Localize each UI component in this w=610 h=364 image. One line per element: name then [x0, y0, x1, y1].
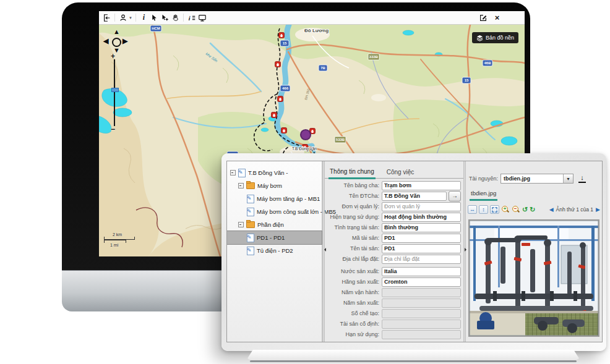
form-row: Tình trạng tài sản: [326, 223, 461, 232]
basemap-button[interactable]: Bản đồ nền [472, 32, 518, 43]
pan-center-icon[interactable] [112, 38, 121, 47]
svg-text:533B: 533B [336, 138, 345, 142]
goto-parent-button[interactable]: → [449, 191, 461, 201]
tree-item-pd2[interactable]: ✎ Tủ điện - PD2 [227, 244, 322, 257]
zoom-out-image-icon[interactable]: − [512, 205, 520, 214]
operation-year-input[interactable] [382, 288, 461, 297]
asset-name-input[interactable] [382, 244, 461, 253]
zoom-in-image-icon[interactable]: + [501, 205, 510, 214]
asset-doc-icon: ✎ [247, 208, 254, 216]
form-tabs: Thông tin chung Công việc [325, 165, 463, 179]
tree-item-phan-dien[interactable]: Phần điện [227, 218, 322, 231]
form-row: Số chế tạo: [326, 309, 461, 318]
asset-doc-icon: ✎ [247, 247, 254, 255]
user-location-icon[interactable] [118, 12, 128, 23]
asset-doc-icon: ✎ [238, 169, 246, 177]
zoom-handle[interactable] [111, 88, 119, 92]
info-icon[interactable]: i [139, 12, 149, 23]
tree-item-label: Máy bơm [257, 182, 282, 189]
tree-item-mb5[interactable]: ✎ Máy bơm công suất lớn - MB5 [227, 205, 322, 218]
parent-table-input[interactable] [382, 181, 461, 190]
map-toolbar: ▼ i i × [99, 11, 525, 25]
dropdown-icon[interactable]: ▼ [563, 174, 573, 183]
form-row: Hạn sử dụng: [326, 330, 461, 339]
field-label: Hãng sản xuất: [326, 279, 382, 285]
close-icon[interactable]: × [492, 12, 502, 23]
serial-number-input[interactable] [382, 309, 461, 318]
tree-expander-icon[interactable] [230, 170, 236, 176]
form-row: Tên ĐTCha: → [326, 192, 461, 200]
tree-item-mb1[interactable]: ✎ Máy bơm tăng áp - MB1 [227, 192, 322, 205]
fit-page-icon[interactable] [490, 205, 499, 214]
pager-text: Ảnh thứ 1 của 1 [556, 206, 594, 213]
pan-up-icon[interactable]: ▲ [113, 28, 120, 35]
resource-select[interactable]: tbdien.jpg ▼ [500, 174, 573, 184]
svg-text:HCM: HCM [152, 27, 160, 30]
pan-right-icon[interactable]: ▶ [122, 38, 127, 44]
next-image-icon[interactable]: ▶ [596, 206, 600, 213]
tree-item-root[interactable]: ✎ T.B Đồng Văn - [227, 166, 322, 179]
identify-list-icon[interactable]: i [186, 12, 197, 23]
tree-item-label: PD1 - PD1 [257, 234, 285, 241]
field-label: Tình trạng tài sản: [326, 224, 382, 231]
form-row: Hiện trạng sử dụng: [326, 213, 461, 221]
fit-width-icon[interactable]: ↔ [468, 205, 477, 214]
select-plus-cursor-icon[interactable] [160, 12, 170, 23]
field-label: Đơn vị quản lý: [326, 203, 382, 210]
tab-work[interactable]: Công việc [385, 169, 415, 178]
field-label: Năm vận hành: [326, 289, 382, 295]
rotate-right-icon[interactable]: ↻ [530, 205, 535, 214]
map-scalebar: 2 km 1 mi [104, 232, 135, 247]
tree-expander-icon[interactable] [238, 222, 244, 227]
parent-object-input[interactable] [382, 192, 447, 201]
origin-country-input[interactable] [382, 267, 461, 276]
folder-icon [246, 221, 255, 228]
asset-form-panel: Thông tin chung Công việc Tên bảng cha: … [325, 161, 463, 342]
toolbar-separator [114, 14, 115, 22]
managing-unit-input[interactable] [382, 202, 461, 211]
pan-hand-icon[interactable] [170, 12, 181, 23]
screen-display-icon[interactable] [197, 12, 207, 23]
tree-item-label: Máy bơm tăng áp - MB1 [257, 195, 320, 202]
zoom-out-icon[interactable]: − [111, 125, 115, 133]
svg-text:15: 15 [283, 41, 287, 45]
field-label: Số chế tạo: [326, 310, 382, 316]
fixed-asset-input[interactable] [382, 320, 461, 329]
asset-dialog: ✎ T.B Đồng Văn - Máy bơm ✎ Máy bơm tăng … [226, 161, 603, 342]
chevron-down-icon[interactable]: ▼ [128, 12, 133, 23]
resource-file-tab[interactable]: tbdien.jpg [470, 190, 497, 201]
download-icon[interactable]: ↓ [578, 174, 586, 183]
tree-expander-icon[interactable] [238, 183, 244, 188]
rotate-left-icon[interactable]: ↺ [522, 205, 528, 214]
expiry-date-input[interactable] [382, 330, 461, 339]
exit-icon[interactable] [101, 12, 112, 23]
front-monitor-stand-base [250, 360, 577, 362]
manufacture-year-input[interactable] [382, 298, 461, 308]
image-pager: ◀ Ảnh thứ 1 của 1 ▶ [549, 206, 600, 213]
tree-item-pd1-selected[interactable]: ✎ PD1 - PD1 [227, 231, 322, 244]
edit-note-icon[interactable] [478, 12, 488, 23]
pan-left-icon[interactable]: ◀ [103, 38, 108, 44]
map-zoom-slider[interactable]: + − [110, 52, 119, 135]
toolbar-separator [135, 14, 136, 22]
svg-text:15: 15 [465, 78, 469, 82]
form-row: Địa chỉ lắp đặt: [326, 255, 461, 263]
field-label: Tài sản cố định: [326, 321, 382, 327]
select-cursor-icon[interactable] [149, 12, 160, 23]
usage-status-input[interactable] [382, 213, 461, 222]
zoom-track[interactable] [114, 59, 115, 126]
asset-code-input[interactable] [382, 234, 461, 243]
fit-height-icon[interactable]: ↕ [479, 205, 488, 214]
field-label: Năm sản xuất: [326, 300, 382, 306]
asset-condition-input[interactable] [382, 223, 461, 232]
asset-doc-icon: ✎ [247, 234, 254, 242]
form-body: Tên bảng cha: Tên ĐTCha: → Đơn vị quản l… [326, 181, 461, 341]
tab-general-info[interactable]: Thông tin chung [329, 168, 376, 179]
form-row: Tên tài sản: [326, 244, 461, 253]
install-address-input[interactable] [382, 255, 461, 264]
selected-station-marker[interactable] [301, 130, 311, 140]
resource-select-value: tbdien.jpg [504, 176, 530, 182]
tree-item-may-bom[interactable]: Máy bơm [227, 179, 322, 192]
prev-image-icon[interactable]: ◀ [549, 206, 554, 213]
manufacturer-input[interactable] [382, 277, 461, 287]
